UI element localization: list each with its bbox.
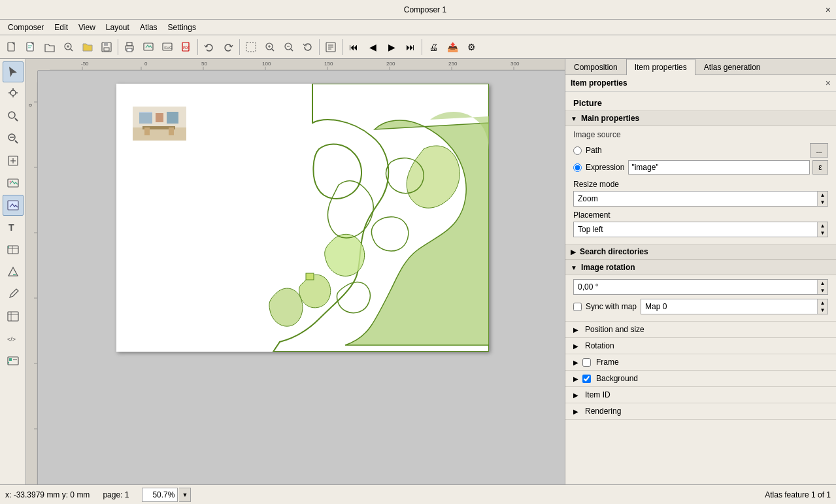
tool-select[interactable]	[3, 61, 24, 82]
tool-picture[interactable]	[3, 195, 24, 216]
tool-add-map[interactable]	[3, 150, 24, 171]
expression-edit-button[interactable]: ε	[812, 160, 828, 175]
toolbar-new-doc[interactable]	[22, 38, 40, 56]
canvas-area[interactable]: -50 0 50 100 150 200 250 300 350	[26, 59, 565, 484]
toolbar-redo[interactable]	[219, 38, 237, 56]
panel-content[interactable]: Picture ▼ Main properties Image source P…	[565, 92, 836, 484]
tool-draw[interactable]	[3, 284, 24, 305]
toolbar-settings[interactable]: ⚙	[462, 38, 480, 56]
rotation-down[interactable]: ▼	[818, 287, 828, 294]
section-frame[interactable]: ▶ Frame	[565, 354, 836, 371]
section-position-size[interactable]: ▶ Position and size	[565, 322, 836, 338]
toolbar-atlas-prev[interactable]: ◀	[363, 38, 382, 56]
toolbar-export-img[interactable]	[139, 38, 158, 56]
tool-zoom2[interactable]	[3, 128, 24, 149]
radio-expression[interactable]	[573, 163, 582, 172]
section-search-header[interactable]: ▶ Search directories	[565, 244, 836, 260]
tool-pan[interactable]	[3, 84, 24, 105]
sync-map-select[interactable]: Map 0 ▲ ▼	[641, 299, 828, 314]
placement-down[interactable]: ▼	[818, 229, 828, 237]
toolbar-folder[interactable]	[78, 38, 97, 56]
sync-map-down[interactable]: ▼	[818, 307, 828, 314]
tool-add-text[interactable]: T	[3, 217, 24, 238]
section-rotation-header[interactable]: ▼ Image rotation	[565, 260, 836, 275]
section-rotation[interactable]: ▶ Rotation	[565, 338, 836, 354]
placement-up[interactable]: ▲	[818, 222, 828, 229]
section-rendering[interactable]: ▶ Rendering	[565, 403, 836, 420]
toolbar-export-pdf[interactable]: PDF	[177, 38, 195, 56]
rotation-up[interactable]: ▲	[818, 280, 828, 287]
toolbar-print2[interactable]: 🖨	[424, 38, 443, 56]
tab-composition[interactable]: Composition	[565, 59, 626, 75]
tab-atlas-generation[interactable]: Atlas generation	[695, 59, 769, 75]
placement-spinner[interactable]: ▲ ▼	[817, 222, 828, 237]
rotation-input-row: 0,00 ° ▲ ▼	[573, 279, 828, 295]
menu-settings[interactable]: Settings	[163, 22, 201, 33]
canvas-content[interactable]	[38, 71, 565, 484]
tab-item-properties[interactable]: Item properties	[626, 59, 695, 75]
toolbar-zoom-in[interactable]	[261, 38, 279, 56]
zoom-input[interactable]	[142, 488, 178, 502]
radio-path[interactable]	[573, 146, 582, 155]
rotation-input[interactable]: 0,00 ° ▲ ▼	[573, 279, 828, 295]
svg-rect-92	[306, 273, 314, 280]
toolbar-undo[interactable]	[200, 38, 218, 56]
rendering-label: Rendering	[585, 407, 621, 416]
svg-text:-50: -50	[81, 61, 89, 67]
tool-add-table[interactable]	[3, 239, 24, 260]
background-checkbox[interactable]	[582, 375, 591, 383]
tool-zoom[interactable]	[3, 106, 24, 127]
path-browse-button[interactable]: ...	[810, 143, 828, 158]
toolbar-export-svg[interactable]: SVG	[158, 38, 176, 56]
menu-layout[interactable]: Layout	[101, 22, 135, 33]
sync-map-up[interactable]: ▲	[818, 299, 828, 307]
rotation-spinner[interactable]: ▲ ▼	[817, 280, 828, 294]
menu-edit[interactable]: Edit	[49, 22, 73, 33]
toolbar-sep-4	[319, 39, 320, 55]
toolbar-atlas-first[interactable]: ⏮	[344, 38, 363, 56]
toolbar-sep-6	[422, 39, 422, 55]
toolbar-atlas-last[interactable]: ⏭	[401, 38, 420, 56]
toolbar-atlas-settings[interactable]	[322, 38, 340, 56]
expression-input[interactable]	[628, 160, 810, 175]
frame-checkbox[interactable]	[582, 358, 591, 367]
section-item-id[interactable]: ▶ Item ID	[565, 387, 836, 403]
resize-mode-up[interactable]: ▲	[818, 192, 828, 199]
sync-checkbox[interactable]	[573, 303, 582, 311]
zoom-control[interactable]: ▼	[142, 488, 191, 502]
tool-attribute-table[interactable]	[3, 306, 24, 327]
sync-map-spinner[interactable]: ▲ ▼	[817, 299, 828, 314]
photo-thumbnail[interactable]	[133, 107, 186, 141]
resize-mode-select[interactable]: Zoom ▲ ▼	[573, 191, 828, 207]
svg-rect-19	[246, 42, 256, 52]
toolbar-print[interactable]	[120, 38, 139, 56]
menu-view[interactable]: View	[73, 22, 101, 33]
toolbar-new[interactable]	[3, 38, 21, 56]
zoom-dropdown[interactable]: ▼	[179, 488, 191, 502]
toolbar-select[interactable]	[242, 38, 260, 56]
tool-add-image[interactable]	[3, 173, 24, 193]
toolbar-sep-5	[342, 39, 343, 55]
toolbar-atlas-next[interactable]: ▶	[382, 38, 401, 56]
section-main-arrow: ▼	[571, 115, 577, 122]
svg-line-25	[291, 49, 293, 51]
placement-select[interactable]: Top left ▲ ▼	[573, 222, 828, 237]
toolbar-open[interactable]	[41, 38, 59, 56]
menu-composer[interactable]: Composer	[3, 22, 49, 33]
toolbar-zoom-out[interactable]	[280, 38, 298, 56]
toolbar-zoom-select[interactable]	[59, 38, 78, 56]
tool-add-shape[interactable]	[3, 261, 24, 282]
toolbar-refresh[interactable]	[299, 38, 317, 56]
tool-add-legend[interactable]	[3, 350, 24, 371]
close-button[interactable]: ×	[826, 5, 831, 15]
toolbar-export2[interactable]: 📤	[443, 38, 461, 56]
toolbar-save[interactable]	[97, 38, 116, 56]
page-canvas[interactable]	[116, 84, 489, 352]
resize-mode-spinner[interactable]: ▲ ▼	[817, 192, 828, 206]
panel-close-button[interactable]: ×	[826, 78, 831, 88]
tool-html[interactable]: </>	[3, 328, 24, 349]
section-main-properties-header[interactable]: ▼ Main properties	[565, 111, 836, 126]
resize-mode-down[interactable]: ▼	[818, 199, 828, 206]
menu-atlas[interactable]: Atlas	[135, 22, 163, 33]
section-background[interactable]: ▶ Background	[565, 371, 836, 387]
